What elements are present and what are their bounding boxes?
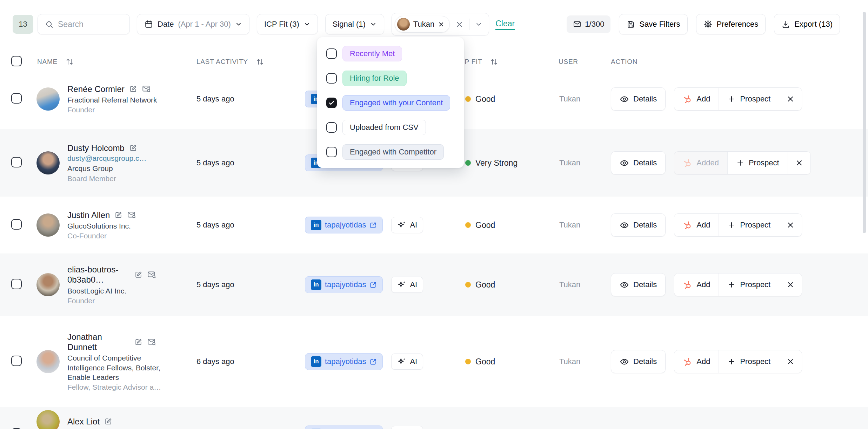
row-checkbox[interactable]	[11, 356, 22, 366]
prospect-label: Prospect	[749, 158, 779, 167]
export-button[interactable]: Export (13)	[774, 14, 840, 34]
linkedin-link[interactable]: in tapajyotidas	[305, 217, 383, 233]
prospect-button[interactable]: Prospect	[719, 350, 779, 373]
row-checkbox[interactable]	[11, 93, 22, 104]
mail-search-icon[interactable]	[147, 337, 156, 346]
save-filters-button[interactable]: Save Filters	[619, 14, 687, 34]
signal-option-label[interactable]: Engaged with your Content	[342, 95, 450, 111]
row-checkbox[interactable]	[11, 279, 22, 289]
clear-filters-link[interactable]: Clear	[495, 19, 515, 30]
contact-name[interactable]: Dusty Holcomb	[67, 143, 125, 153]
linkedin-handle: tapajyotidas	[325, 280, 366, 289]
details-button[interactable]: Details	[611, 87, 666, 111]
edit-icon[interactable]	[134, 270, 143, 279]
select-all-checkbox[interactable]	[11, 56, 22, 66]
dismiss-button[interactable]	[779, 88, 802, 110]
hubspot-icon	[683, 357, 692, 367]
avatar	[36, 350, 60, 373]
signal-option-label[interactable]: Engaged with Competitor	[342, 144, 444, 160]
contact-name[interactable]: Justin Allen	[67, 210, 110, 220]
signal-option-label[interactable]: Recently Met	[342, 46, 402, 61]
mail-search-icon[interactable]	[127, 210, 136, 219]
details-button[interactable]: Details	[611, 151, 666, 174]
hubspot-add-button[interactable]: Added	[674, 152, 728, 174]
vertical-scrollbar[interactable]	[863, 12, 866, 233]
hubspot-add-button[interactable]: Add	[674, 214, 719, 236]
edit-icon[interactable]	[129, 144, 138, 152]
search-box[interactable]	[38, 14, 130, 34]
details-button[interactable]: Details	[611, 273, 666, 296]
dismiss-button[interactable]	[788, 152, 810, 174]
row-checkbox[interactable]	[11, 157, 22, 167]
hubspot-add-button[interactable]: Add	[674, 88, 719, 110]
sort-icon[interactable]	[65, 58, 74, 66]
mail-search-icon[interactable]	[142, 84, 151, 93]
linkedin-handle: tapajyotidas	[325, 220, 366, 230]
linkedin-link[interactable]: in tapajyotidas	[305, 425, 383, 429]
signal-option: Engaged with Competitor	[326, 144, 455, 160]
edit-icon[interactable]	[104, 417, 113, 426]
user-filter-box: Tukan	[392, 13, 489, 35]
hubspot-icon	[683, 94, 692, 104]
date-filter-button[interactable]: Date (Apr 1 - Apr 30)	[137, 14, 249, 34]
signal-option-label[interactable]: Uploaded from CSV	[342, 120, 426, 135]
user-chip-label: Tukan	[413, 20, 434, 29]
linkedin-link[interactable]: in tapajyotidas	[305, 353, 383, 370]
prospect-label: Prospect	[740, 280, 770, 289]
sort-icon[interactable]	[490, 58, 499, 66]
edit-icon[interactable]	[114, 211, 123, 219]
contact-name[interactable]: Jonathan Dunnett	[67, 332, 130, 352]
prospect-button[interactable]: Prospect	[719, 214, 779, 236]
company: Council of Competitive Intelligence Fell…	[67, 353, 169, 382]
last-activity: 6 days ago	[187, 357, 297, 366]
dismiss-button[interactable]	[779, 273, 802, 296]
icp-fit-filter-button[interactable]: ICP Fit (3)	[257, 14, 318, 34]
prospect-button[interactable]: Prospect	[719, 273, 779, 296]
row-checkbox[interactable]	[11, 219, 22, 230]
icp-dot	[465, 359, 471, 364]
ai-button[interactable]: AI	[391, 217, 423, 233]
contact-email[interactable]: dusty@arcqusgroup.c…	[67, 154, 147, 163]
option-checkbox[interactable]	[326, 73, 337, 84]
edit-icon[interactable]	[129, 85, 138, 93]
ai-button[interactable]: AI	[391, 277, 423, 293]
close-icon[interactable]	[438, 21, 445, 28]
action-group: Add Prospect	[674, 273, 802, 296]
details-button[interactable]: Details	[611, 350, 666, 373]
contact-name[interactable]: Renée Cormier	[67, 84, 125, 94]
search-input[interactable]	[58, 20, 118, 29]
hubspot-add-button[interactable]: Add	[674, 350, 719, 373]
signal-filter-button[interactable]: Signal (1)	[325, 14, 384, 34]
chevron-down-icon[interactable]	[475, 21, 482, 28]
edit-icon[interactable]	[134, 338, 143, 346]
date-label: Date	[158, 20, 174, 29]
ai-button[interactable]: AI	[391, 426, 423, 429]
job-title: Founder	[67, 297, 156, 305]
user-name: Tukan	[549, 94, 601, 104]
filter-toolbar: 13 Date (Apr 1 - Apr 30) ICP Fit (3) Sig…	[0, 0, 868, 34]
contact-name[interactable]: elias-boutros-0b3ab0…	[67, 264, 130, 285]
dismiss-button[interactable]	[779, 350, 802, 373]
clear-selection-icon[interactable]	[455, 20, 463, 28]
user-filter-chip[interactable]: Tukan	[395, 16, 450, 33]
signal-option-label[interactable]: Hiring for Role	[342, 71, 407, 86]
external-link-icon	[369, 358, 377, 365]
sort-icon[interactable]	[256, 58, 265, 66]
linkedin-link[interactable]: in tapajyotidas	[305, 276, 383, 293]
table-row: Alex Liot in tapajyotidas AI	[0, 407, 868, 429]
hubspot-add-button[interactable]: Add	[674, 273, 719, 296]
ai-button[interactable]: AI	[391, 354, 423, 370]
dismiss-button[interactable]	[779, 214, 802, 236]
signal-option: Recently Met	[326, 46, 455, 61]
option-checkbox[interactable]	[326, 147, 337, 157]
details-button[interactable]: Details	[611, 213, 666, 237]
prospect-button[interactable]: Prospect	[728, 152, 788, 174]
option-checkbox[interactable]	[326, 98, 337, 108]
date-range: (Apr 1 - Apr 30)	[178, 20, 231, 29]
option-checkbox[interactable]	[326, 48, 337, 59]
option-checkbox[interactable]	[326, 122, 337, 133]
contact-name[interactable]: Alex Liot	[67, 416, 100, 427]
mail-search-icon[interactable]	[147, 270, 156, 279]
prospect-button[interactable]: Prospect	[719, 88, 779, 110]
preferences-button[interactable]: Preferences	[696, 14, 766, 34]
